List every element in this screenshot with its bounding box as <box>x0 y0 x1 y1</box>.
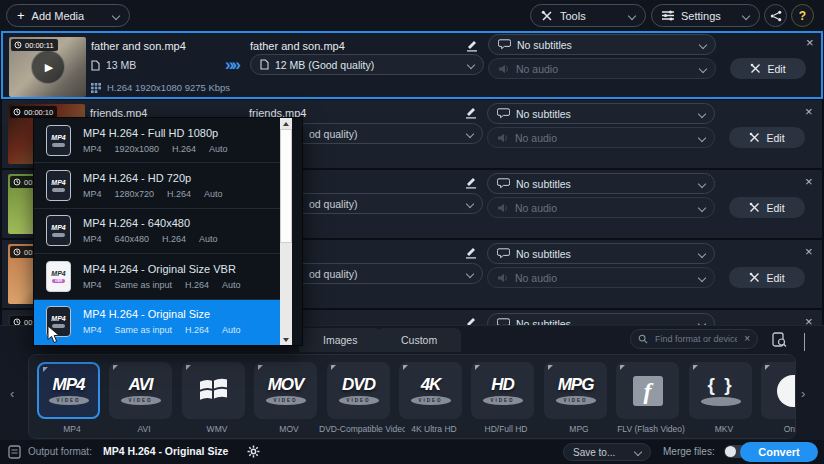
audio-dropdown[interactable]: No audio <box>488 58 716 79</box>
pencil-icon <box>463 106 477 119</box>
play-icon: ▶ <box>45 61 53 74</box>
mov-logo: MOV <box>268 376 304 393</box>
video-thumbnail[interactable]: ▶ 00:00:11 <box>9 37 86 97</box>
edit-button[interactable]: Edit <box>729 197 805 218</box>
tab-custom[interactable]: Custom <box>377 328 461 352</box>
clear-search-icon[interactable]: × <box>744 334 750 344</box>
mkv-braces-logo: { } <box>707 375 733 394</box>
save-to-dropdown[interactable]: Save to... <box>563 443 651 461</box>
format-label: Online <box>753 424 796 434</box>
menu-scrollbar[interactable] <box>280 118 292 345</box>
format-tile-online[interactable] <box>761 362 796 419</box>
format-tile-4k[interactable]: 4K VIDEO <box>399 362 462 419</box>
scroll-formats-right-icon[interactable]: › <box>801 386 805 401</box>
duration-badge: 00:00:11 <box>11 39 58 51</box>
sliders-icon <box>662 10 674 21</box>
close-icon[interactable]: × <box>806 37 814 48</box>
format-search-field[interactable]: × <box>630 329 758 349</box>
settings-button[interactable]: Settings <box>651 4 760 27</box>
edit-tools-icon <box>749 272 760 283</box>
tools-label: Tools <box>560 10 586 22</box>
search-icon <box>638 334 648 344</box>
rename-button[interactable] <box>460 244 480 260</box>
subtitles-dropdown[interactable]: No subtitles <box>487 173 715 194</box>
scrollbar-thumb[interactable] <box>280 129 292 243</box>
audio-dropdown[interactable]: No audio <box>487 267 715 288</box>
chevron-down-icon <box>698 249 706 257</box>
tools-button[interactable]: Tools <box>530 4 646 27</box>
video-oval: VIDEO <box>266 396 306 405</box>
speaker-icon <box>497 273 509 283</box>
rename-button[interactable] <box>460 174 480 190</box>
corner-fold-icon <box>113 365 118 370</box>
avi-logo: AVI <box>128 376 152 393</box>
search-input[interactable] <box>653 333 739 345</box>
edit-button[interactable]: Edit <box>729 267 805 288</box>
preset-dropdown-menu: MP4 MP4 H.264 - Full HD 1080p MP41920x10… <box>33 117 303 346</box>
audio-dropdown[interactable]: No audio <box>487 197 715 218</box>
chevron-down-icon <box>698 109 706 117</box>
settings-label: Settings <box>681 10 721 22</box>
device-search-icon <box>772 332 787 348</box>
source-file-size: 13 MB <box>91 59 136 71</box>
format-tile-wmv[interactable] <box>182 362 245 419</box>
close-icon[interactable]: × <box>805 106 813 117</box>
preset-option-hd720[interactable]: MP4 MP4 H.264 - HD 720p MP41280x720H.264… <box>34 163 280 208</box>
scroll-down-button[interactable] <box>280 334 292 345</box>
mpg-logo: MPG <box>558 376 594 393</box>
close-icon[interactable]: × <box>805 176 813 187</box>
output-preset-dropdown[interactable]: 12 MB (Good quality) <box>250 54 484 75</box>
output-file-name: father and son.mp4 <box>250 40 345 52</box>
preset-option-640x480[interactable]: MP4 MP4 H.264 - 640x480 MP4640x480H.264A… <box>34 209 280 254</box>
clock-icon <box>13 108 21 116</box>
close-icon[interactable]: × <box>805 246 813 257</box>
clock-icon <box>14 41 22 49</box>
format-tile-dvd[interactable]: DVD VIDEO <box>327 362 390 419</box>
format-tile-avi[interactable]: AVI VIDEO <box>109 362 172 419</box>
edit-button[interactable]: Edit <box>730 58 806 79</box>
scroll-up-button[interactable] <box>280 118 292 129</box>
video-converter-window: + Add Media Tools Settings ? <box>0 0 824 464</box>
edit-button[interactable]: Edit <box>729 127 805 148</box>
device-detect-button[interactable] <box>766 329 792 350</box>
preset-option-original-vbr[interactable]: MP4VBR MP4 H.264 - Original Size VBR MP4… <box>34 254 280 299</box>
corner-fold-icon <box>475 365 480 370</box>
format-tiles-strip: MP4 VIDEO MP4 AVI VIDEO AVI WMV MOV VIDE… <box>28 354 796 439</box>
format-tile-mov[interactable]: MOV VIDEO <box>254 362 317 419</box>
chevron-down-icon <box>112 11 120 19</box>
video-oval: VIDEO <box>411 396 451 405</box>
preset-option-fullhd[interactable]: MP4 MP4 H.264 - Full HD 1080p MP41920x10… <box>34 118 280 163</box>
subtitles-dropdown[interactable]: No subtitles <box>488 34 716 55</box>
pencil-icon <box>463 176 477 189</box>
help-button[interactable]: ? <box>791 4 814 27</box>
video-oval <box>701 397 741 406</box>
gear-icon[interactable] <box>247 445 260 458</box>
triangle-down-icon <box>283 338 289 342</box>
tab-images[interactable]: Images <box>299 328 381 352</box>
preset-option-original-size-selected[interactable]: MP4 MP4 H.264 - Original Size MP4Same as… <box>34 300 280 345</box>
format-tile-flv[interactable]: f <box>616 362 679 419</box>
pencil-icon <box>463 246 477 259</box>
rename-button[interactable] <box>461 37 481 53</box>
share-button[interactable] <box>764 4 787 27</box>
mp4-file-icon: MP4 <box>46 170 71 201</box>
scroll-formats-left-icon[interactable]: ‹ <box>10 386 14 401</box>
file-row-father-and-son[interactable]: ▶ 00:00:11 father and son.mp4 13 MB H.26… <box>1 31 823 99</box>
format-tile-mpg[interactable]: MPG VIDEO <box>544 362 607 419</box>
rename-button[interactable] <box>460 104 480 120</box>
video-oval: VIDEO <box>483 396 523 405</box>
audio-dropdown[interactable]: No audio <box>487 127 715 148</box>
add-media-button[interactable]: + Add Media <box>6 4 130 27</box>
edit-tools-icon <box>749 202 760 213</box>
output-format-label: Output format: <box>28 446 92 457</box>
format-tile-mkv[interactable]: { } <box>689 362 752 419</box>
format-tile-hd[interactable]: HD VIDEO <box>471 362 534 419</box>
subtitles-icon <box>497 248 510 259</box>
format-tile-mp4[interactable]: MP4 VIDEO <box>37 362 100 419</box>
collapse-panel-button[interactable] <box>804 333 805 351</box>
online-video-icon <box>777 375 797 407</box>
play-button[interactable]: ▶ <box>31 50 65 84</box>
convert-button[interactable]: Convert <box>740 442 818 462</box>
subtitles-dropdown[interactable]: No subtitles <box>487 243 715 264</box>
subtitles-dropdown[interactable]: No subtitles <box>487 103 715 124</box>
